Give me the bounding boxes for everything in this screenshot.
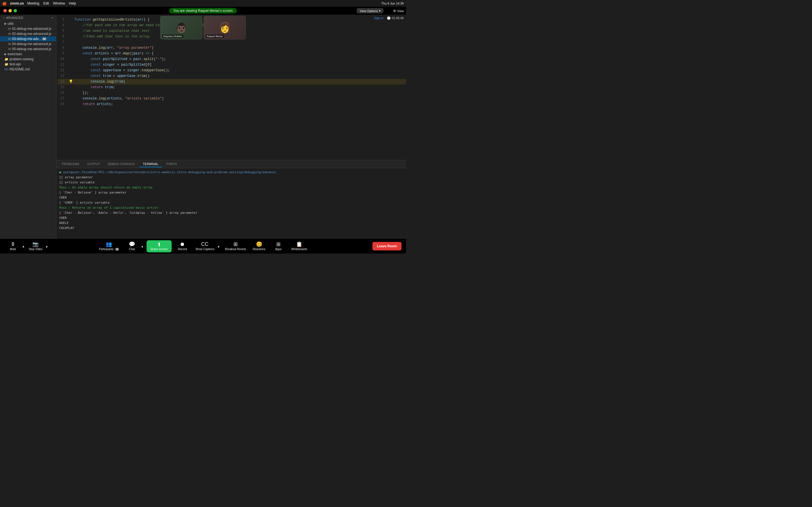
whiteboards-button[interactable]: 📋 Whiteboards (289, 240, 309, 252)
line-content: const artists = arr.map((pair) => { (74, 51, 406, 56)
tab-problems[interactable]: PROBLEMS (59, 161, 83, 167)
menubar-items: Meeting Edit Window Help (28, 1, 76, 5)
chevron-right-icon: ▶ (4, 22, 6, 25)
line-content: const upperCase = singer.toUpperCase(); (74, 68, 406, 73)
participants-button[interactable]: 👥 Participants 2 (97, 240, 121, 252)
video-thumb-1[interactable]: 👨🏿 Mayowa Olufeko (160, 16, 202, 40)
terminal-output-5: CHER (59, 195, 403, 200)
code-line-14: 14 💡 console.log(trim) (57, 79, 406, 84)
video-thumbnails: 👨🏿 Mayowa Olufeko 👩 Raquel Illerias (160, 16, 246, 40)
menubar-right: Thu 6 Jun 14:39 (381, 2, 404, 5)
notification-message: You are viewing Raquel Illerias's screen (173, 9, 233, 13)
apps-icon: ⊞ (276, 242, 281, 247)
timer-display: 🕐 01:05:46 (387, 16, 404, 20)
sidebar-item-exercises[interactable]: ▶ exercises (0, 52, 56, 57)
sidebar-label: test-api (10, 62, 20, 66)
code-line-15: 15 return trim; (57, 84, 406, 90)
sidebar-item-file-03[interactable]: JS 03-debug-me-adv... M (0, 36, 56, 41)
code-line-7: 7 (57, 40, 406, 45)
tab-ports[interactable]: PORTS (163, 161, 181, 167)
share-screen-icon: ⬆ (157, 242, 161, 247)
reactions-button[interactable]: 😊 Reactions (251, 240, 267, 252)
code-line-9: 9 const artists = arr.map((pair) => { (57, 51, 406, 56)
view-label: View (397, 9, 404, 12)
terminal-prompt: ● user@user-ThinkPad-P51:~/Workspace/nor… (59, 170, 403, 175)
traffic-light-close[interactable] (3, 9, 7, 12)
terminal-output-9: CHER (59, 216, 403, 221)
bottom-toolbar: 🎙 Mute ▲ 📷 Stop Video ▲ 👥 Participants 2… (0, 239, 406, 253)
chat-button[interactable]: 💬 Chat (123, 240, 140, 252)
participant-name-2: Raquel Illerias (206, 35, 224, 38)
sidebar-item-file-01[interactable]: JS 01-debug-me-advanced.js (0, 26, 56, 31)
leave-room-button[interactable]: Leave Room (372, 242, 402, 250)
video-arrow[interactable]: ▲ (45, 245, 49, 248)
captions-arrow[interactable]: ▲ (216, 245, 220, 248)
menubar-app-name[interactable]: zoom.us (10, 1, 24, 5)
code-line-13: 13 const trim = upperCase.trim() (57, 73, 406, 79)
menubar-view[interactable]: Edit (43, 1, 49, 5)
line-number: 10 (57, 56, 69, 62)
share-screen-button[interactable]: ⬆ Share Screen (147, 240, 172, 252)
sign-in-link[interactable]: Sign in (374, 16, 384, 20)
sidebar-item-utils[interactable]: ▶ utils (0, 21, 56, 26)
sidebar-item-problem-solving[interactable]: 📁 problem-solving (0, 57, 56, 62)
sidebar-item-test-api[interactable]: 📁 test-api (0, 62, 56, 67)
line-content: const pairSplitted = pair.split("-"); (74, 56, 406, 62)
reactions-label: Reactions (253, 247, 265, 251)
editor-topbar: Sign in 🕐 01:05:46 (374, 15, 404, 21)
tab-debug-console[interactable]: DEBUG CONSOLE (104, 161, 138, 167)
video-thumb-2[interactable]: 👩 Raquel Illerias (204, 16, 246, 40)
stop-video-button[interactable]: 📷 Stop Video (27, 240, 45, 252)
menubar-window[interactable]: Window (53, 1, 65, 5)
terminal-tabs: PROBLEMS OUTPUT DEBUG CONSOLE TERMINAL P… (56, 160, 406, 168)
tab-output[interactable]: OUTPUT (84, 161, 103, 167)
sidebar-label: problem-solving (10, 57, 34, 61)
record-button[interactable]: ⏺ Record (174, 240, 191, 252)
microphone-icon: 🎙 (10, 242, 15, 247)
view-options-button[interactable]: View Options ▾ (357, 8, 384, 13)
participant-avatar-1: 👨🏿 (175, 22, 188, 34)
terminal-area: PROBLEMS OUTPUT DEBUG CONSOLE TERMINAL P… (56, 160, 406, 239)
view-button[interactable]: ⊞ View (393, 9, 404, 13)
traffic-light-minimize[interactable] (8, 9, 12, 12)
participant-avatar-2: 👩 (218, 22, 231, 34)
apple-logo-icon[interactable]: 🍎 (2, 1, 7, 6)
captions-button[interactable]: CC Show Captions (193, 240, 216, 252)
notification-bar: You are viewing Raquel Illerias's screen… (0, 7, 406, 15)
apps-button[interactable]: ⊞ Apps (270, 240, 287, 252)
line-number: 15 (57, 84, 69, 90)
menubar-left: 🍎 zoom.us Meeting Edit Window Help (2, 1, 76, 6)
sidebar-item-file-05[interactable]: JS 05-debug-me-advanced.js (0, 47, 56, 52)
sidebar-item-file-02[interactable]: JS 02-debug-me-advanced.js (0, 31, 56, 36)
line-content: console.log(artists, "artists variable") (74, 96, 406, 101)
folder-icon: 📁 (4, 62, 8, 66)
chat-arrow[interactable]: ▲ (140, 245, 144, 248)
line-number: 9 (57, 51, 69, 56)
editor-area: Sign in 🕐 01:05:46 3 function getCapital… (56, 15, 406, 239)
sidebar-item-file-04[interactable]: JS 04-debug-me-advanced.js (0, 41, 56, 47)
line-number: 16 (57, 90, 69, 96)
menubar-meeting[interactable]: Meeting (28, 1, 40, 5)
sidebar-item-readme[interactable]: MD README.md (0, 67, 56, 72)
tab-terminal[interactable]: TERMINAL (139, 161, 162, 167)
terminal-output-2: [] artists variable (59, 180, 403, 185)
mute-control: 🎙 Mute ▲ (4, 240, 26, 252)
line-content: console.log(arr, "array parameter") (74, 45, 406, 51)
code-line-12: 12 const upperCase = singer.toUpperCase(… (57, 68, 406, 73)
terminal-output-1: [] array parameter (59, 175, 403, 180)
menubar-help[interactable]: Help (69, 1, 76, 5)
record-icon: ⏺ (180, 242, 185, 247)
terminal-output-4: [ 'Cher - Believe' ] array parameter (59, 190, 403, 195)
terminal-content[interactable]: ● user@user-ThinkPad-P51:~/Workspace/nor… (56, 168, 406, 239)
breakout-rooms-button[interactable]: ⊞ Breakout Rooms (223, 240, 248, 252)
chat-control: 💬 Chat ▲ (123, 240, 144, 252)
terminal-output-6: [ 'CHER' ] artists variable (59, 200, 403, 205)
line-number: 14 (57, 79, 69, 84)
traffic-light-fullscreen[interactable] (13, 9, 17, 12)
apps-label: Apps (275, 247, 282, 251)
line-number: 11 (57, 62, 69, 68)
line-number: 8 (57, 45, 69, 51)
mute-arrow[interactable]: ▲ (21, 245, 26, 248)
mute-button[interactable]: 🎙 Mute (4, 240, 21, 252)
sidebar: ✓ advanced ● ▶ utils JS 01-debug-me-adva… (0, 15, 56, 239)
